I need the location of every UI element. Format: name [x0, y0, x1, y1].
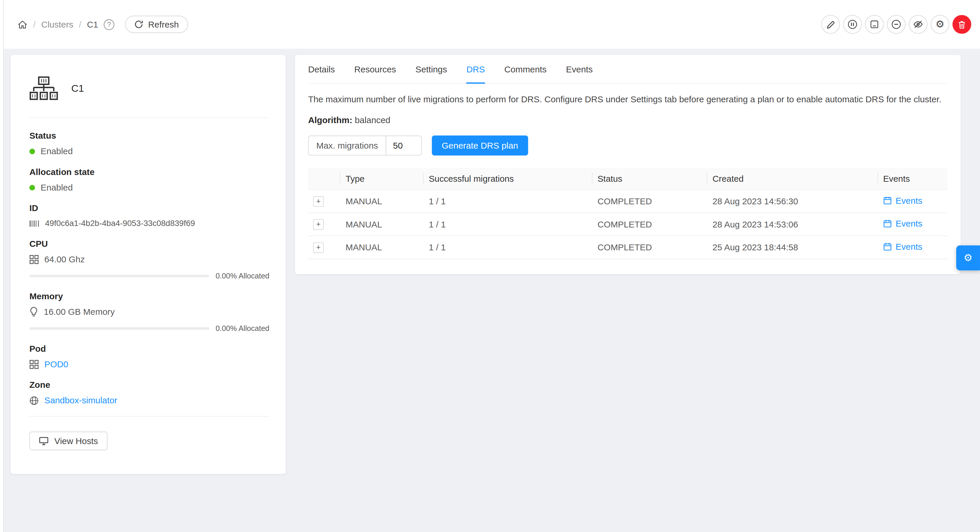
progress-bar: [29, 327, 210, 330]
home-icon[interactable]: [18, 20, 27, 29]
square-icon: [870, 20, 879, 29]
unmanage-cluster-button[interactable]: [887, 15, 905, 34]
resource-title: C1: [71, 83, 84, 94]
manage-cluster-button[interactable]: [865, 15, 884, 34]
cell-created: 28 Aug 2023 14:56:30: [708, 189, 878, 213]
divider: [29, 416, 269, 416]
tab-events[interactable]: Events: [566, 55, 592, 84]
col-expand: [308, 168, 340, 189]
table-row: + MANUAL 1 / 1 COMPLETED 28 Aug 2023 14:…: [308, 189, 947, 213]
tab-bar: Details Resources Settings DRS Comments …: [308, 55, 947, 84]
cell-status: COMPLETED: [592, 212, 708, 235]
status-value: Enabled: [40, 146, 72, 156]
barcode-icon: [29, 219, 39, 228]
field-zone: Zone Sandbox-simulator: [29, 380, 269, 405]
field-memory: Memory 16.00 GB Memory 0.00% Allocated: [29, 291, 269, 333]
resource-title-row: C1: [29, 71, 269, 118]
calendar-icon: [883, 242, 892, 251]
eye-slash-icon: [913, 19, 923, 29]
field-pod: Pod POD0: [29, 343, 269, 369]
breadcrumb-clusters[interactable]: Clusters: [41, 19, 73, 29]
breadcrumb-separator: /: [33, 19, 35, 29]
view-hosts-button[interactable]: View Hosts: [29, 432, 107, 450]
disable-cluster-button[interactable]: [843, 15, 862, 34]
drs-controls: Max. migrations Generate DRS plan: [308, 135, 947, 156]
tab-comments[interactable]: Comments: [504, 55, 546, 84]
breadcrumb: / Clusters / C1 ? Refresh: [18, 16, 188, 33]
help-icon[interactable]: ?: [104, 19, 115, 30]
trash-icon: [958, 20, 966, 29]
tab-details[interactable]: Details: [308, 55, 335, 84]
monitor-icon: [39, 437, 49, 445]
row-events-link[interactable]: Events: [883, 195, 923, 205]
field-status: Status Enabled: [29, 130, 269, 156]
tab-drs[interactable]: DRS: [466, 55, 485, 84]
drs-plans-table: Type Successful migrations Status Create…: [308, 168, 947, 259]
row-events-link[interactable]: Events: [883, 218, 923, 228]
col-events: Events: [878, 168, 948, 189]
cell-migrations: 1 / 1: [424, 235, 592, 259]
row-events-link[interactable]: Events: [883, 241, 923, 251]
status-dot: [29, 148, 35, 154]
table-row: + MANUAL 1 / 1 COMPLETED 28 Aug 2023 14:…: [308, 212, 947, 235]
col-type: Type: [340, 168, 423, 189]
field-label: Memory: [29, 291, 269, 301]
edit-button[interactable]: [821, 15, 840, 34]
generate-drs-plan-button[interactable]: Generate DRS plan: [432, 135, 528, 156]
grid-icon: [29, 254, 39, 264]
field-label: CPU: [29, 238, 269, 249]
view-hosts-label: View Hosts: [54, 436, 98, 446]
bulb-icon: [29, 306, 38, 316]
algorithm-value: balanced: [355, 115, 390, 125]
refresh-button[interactable]: Refresh: [125, 16, 188, 33]
algorithm-label: Algorithm:: [308, 115, 352, 125]
settings-flyout-button[interactable]: ⚙: [956, 245, 980, 270]
memory-progress: 0.00% Allocated: [29, 324, 269, 333]
cell-status: COMPLETED: [592, 235, 708, 259]
events-link-label: Events: [896, 241, 922, 251]
resource-info-card: C1 Status Enabled Allocation state Enabl…: [11, 55, 286, 474]
pod-link[interactable]: POD0: [44, 359, 68, 369]
reload-icon: [134, 20, 143, 29]
out-of-band-button[interactable]: [909, 15, 928, 34]
field-label: Allocation state: [29, 167, 269, 177]
refresh-label: Refresh: [148, 19, 179, 29]
expand-row-button[interactable]: +: [313, 219, 323, 230]
cell-type: MANUAL: [340, 235, 423, 259]
field-label: ID: [29, 203, 269, 213]
gear-icon: ⚙: [964, 253, 973, 263]
top-header: / Clusters / C1 ? Refresh: [0, 0, 980, 49]
cluster-icon: [29, 76, 58, 101]
calendar-icon: [883, 219, 892, 228]
progress-bar: [29, 275, 210, 278]
field-label: Status: [29, 130, 269, 140]
delete-cluster-button[interactable]: [953, 15, 971, 34]
divider: [29, 118, 269, 118]
configure-ha-button[interactable]: ⚙: [931, 15, 950, 34]
grid-icon: [29, 359, 39, 369]
tab-resources[interactable]: Resources: [354, 55, 396, 84]
field-id: ID 49f0c6a1-4b2b-4ba4-9053-33c08d839f69: [29, 203, 269, 228]
cell-type: MANUAL: [340, 212, 423, 235]
drs-algorithm: Algorithm: balanced: [308, 115, 947, 125]
content-area: C1 Status Enabled Allocation state Enabl…: [0, 49, 980, 474]
drs-description: The maximum number of live migrations to…: [308, 93, 947, 106]
expand-row-button[interactable]: +: [313, 242, 323, 253]
tab-settings[interactable]: Settings: [415, 55, 447, 84]
memory-allocated-label: 0.00% Allocated: [216, 324, 269, 333]
breadcrumb-separator: /: [79, 19, 81, 29]
zone-link[interactable]: Sandbox-simulator: [44, 395, 117, 405]
allocation-value: Enabled: [40, 182, 72, 192]
collapsed-sidebar-edge: [0, 0, 4, 532]
cell-type: MANUAL: [340, 189, 423, 213]
expand-row-button[interactable]: +: [313, 196, 323, 206]
globe-icon: [29, 396, 39, 405]
field-allocation-state: Allocation state Enabled: [29, 167, 269, 192]
max-migrations-input[interactable]: [385, 135, 422, 156]
cell-created: 25 Aug 2023 18:44:58: [708, 235, 878, 259]
detail-card: Details Resources Settings DRS Comments …: [295, 55, 961, 274]
resource-id: 49f0c6a1-4b2b-4ba4-9053-33c08d839f69: [45, 219, 195, 228]
col-created: Created: [708, 168, 878, 189]
pause-circle-icon: [847, 19, 858, 29]
memory-value: 16.00 GB Memory: [44, 306, 115, 316]
